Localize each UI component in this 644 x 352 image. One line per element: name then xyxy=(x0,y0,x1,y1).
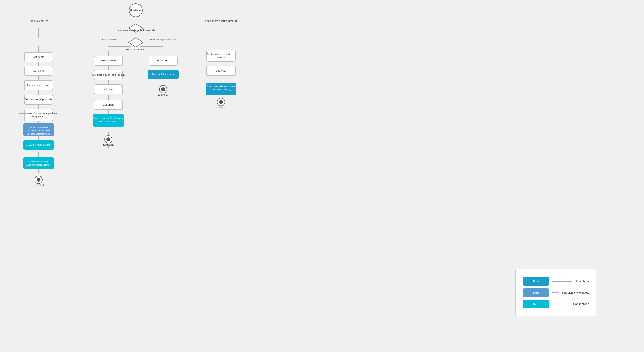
legend-input-display-label: Input/Display widgets xyxy=(562,291,589,294)
create-lead-crm-label: Create a lead in CRM xyxy=(26,143,51,146)
end-chat-left-inner xyxy=(37,178,40,182)
legend-input-display: Text Input/Display widgets xyxy=(523,288,589,297)
legend-text-label: Text xyxy=(533,280,539,283)
end-chat-mid-inner xyxy=(106,138,110,141)
legend-connections-label: Connections xyxy=(573,302,589,306)
get-number-products-label: Get number of products xyxy=(25,98,52,101)
get-problem-label: Get problem xyxy=(101,59,116,62)
are-you-customer-diamond[interactable] xyxy=(128,38,143,47)
send-confirmation-label2: send mail functionality xyxy=(211,88,231,91)
legend-text-label2: Text xyxy=(533,291,539,294)
get-name-product-right-label2: purchased xyxy=(216,56,226,59)
get-email-mid-label: Get email xyxy=(103,103,114,106)
end-chat-mid-label: End chat xyxy=(103,143,113,146)
legend-box: Text Bot actions Text Input/Display widg… xyxy=(516,269,596,316)
get-company-name-label: Get company name xyxy=(27,84,50,86)
create-ticket-zoho-label: Create a ticket in Zoho Desk and xyxy=(93,117,124,119)
legend-connections-line xyxy=(552,304,570,304)
get-ticket-id-label: Get ticket ID xyxy=(156,59,170,62)
legend-bot-actions-label: Bot actions xyxy=(575,280,589,283)
legend-bot-actions-btn: Text xyxy=(523,277,549,286)
get-name-mid-label: Get name xyxy=(103,88,114,90)
get-date-calendar-label3: using the Calendar widget xyxy=(27,133,50,135)
legend-bot-line xyxy=(552,281,572,282)
legend-bot-actions: Text Bot actions xyxy=(523,277,589,286)
end-chat-right-mid-label: End chat xyxy=(158,93,168,96)
get-email-right-label: Get email xyxy=(215,69,226,72)
get-name-product-left-label2: to be purchased xyxy=(31,116,46,118)
get-date-calendar-label: Get the date on which xyxy=(29,126,48,129)
create-event-zoho-node[interactable] xyxy=(23,157,54,169)
product-enquiry-label: Product enquiry xyxy=(29,20,48,22)
get-date-calendar-label2: product(s) will be bought xyxy=(28,130,50,132)
get-name-product-right-label: Get the name of product to be xyxy=(207,53,235,55)
canvas: Start chat Product enquiry Know more abo… xyxy=(0,0,644,352)
send-confirmation-label: Send a confirmation email using xyxy=(207,85,236,88)
create-event-zoho-label2: Calendar/Google Calendar xyxy=(26,164,51,166)
legend-input-line xyxy=(552,292,559,293)
start-chat-label: Start chat xyxy=(130,8,141,12)
get-criticality-label: Get criticality of the problem xyxy=(92,73,124,76)
end-chat-right-label: End chat xyxy=(216,106,226,108)
end-chat-right-inner xyxy=(219,100,223,104)
end-chat-left-label: End chat xyxy=(33,184,44,186)
legend-text-label3: Text xyxy=(533,302,539,306)
get-email-left-label: Get email xyxy=(33,69,44,72)
have-problem-label: I have a problem xyxy=(100,38,116,41)
get-name-product-left-label: Get the name of product to be purchased xyxy=(19,112,58,114)
get-name-product-left-node[interactable] xyxy=(24,109,53,121)
existing-customer-label: I'm an existing customer and I need help xyxy=(116,29,155,31)
create-event-zoho-label: Create an event in Zoho xyxy=(27,160,50,163)
know-more-label: Know more about a product xyxy=(205,20,237,22)
create-ticket-zoho-label2: return the Ticket ID xyxy=(99,120,118,123)
legend-connections-btn: Text xyxy=(523,300,549,308)
are-you-customer-label: Are you a customer? xyxy=(126,48,146,50)
get-name-product-right-node[interactable] xyxy=(207,50,235,62)
return-ticket-status-label: Return ticket status xyxy=(152,73,174,76)
already-reported-label: I have already reported one xyxy=(150,38,176,41)
legend-connections: Text Connections xyxy=(523,300,589,308)
end-chat-right-mid-inner xyxy=(161,88,165,91)
get-name-left-label: Get name xyxy=(33,56,44,58)
legend-input-display-btn: Text xyxy=(523,288,549,297)
